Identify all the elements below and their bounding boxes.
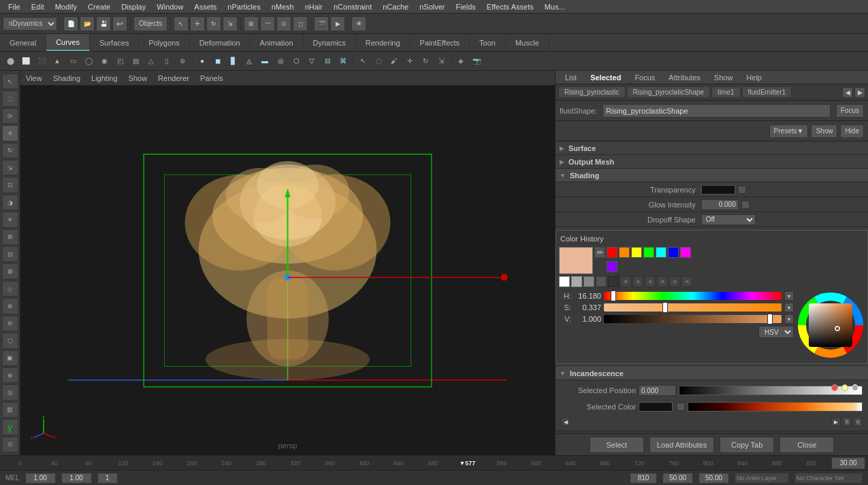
bc-rising[interactable]: Rising_pyroclastic — [558, 86, 626, 98]
rotate-tool[interactable]: ↻ — [206, 16, 221, 31]
swatch-cyan[interactable] — [656, 247, 666, 258]
swatch-x4[interactable]: ✕ — [657, 276, 668, 287]
frame-end1-input[interactable] — [662, 473, 693, 484]
s-thumb[interactable] — [662, 302, 668, 313]
h-down-btn[interactable]: ▼ — [784, 291, 794, 301]
menu-nhair[interactable]: nHair — [300, 1, 328, 12]
split-btn[interactable]: ⊗ — [2, 367, 18, 383]
hide-btn[interactable]: Hide — [840, 124, 864, 138]
scroll-left-btn[interactable]: ◀ — [561, 417, 570, 427]
selected-color-swatch[interactable] — [639, 402, 673, 412]
swatch-lgrey[interactable] — [571, 276, 582, 287]
nurbs-sphere[interactable]: ◉ — [97, 54, 112, 69]
rtab-focus[interactable]: Focus — [628, 72, 662, 83]
bevel-btn[interactable]: ◇ — [2, 281, 18, 297]
tab-surfaces[interactable]: Surfaces — [90, 34, 139, 51]
swatch-orange[interactable] — [619, 247, 630, 258]
render-icon[interactable]: ◈ — [453, 54, 468, 69]
new-scene-btn[interactable]: 📄 — [63, 16, 78, 31]
glow-checkbox[interactable] — [741, 201, 750, 209]
menu-mus[interactable]: Mus... — [539, 1, 570, 12]
focus-btn[interactable]: Focus — [836, 104, 864, 118]
swatch-green[interactable] — [643, 247, 654, 258]
sculpt-btn[interactable]: ◑ — [2, 195, 18, 210]
open-btn[interactable]: 📂 — [80, 16, 95, 31]
val3-input[interactable] — [97, 473, 118, 484]
position-gradient[interactable] — [679, 386, 863, 395]
swatch-purple[interactable] — [607, 261, 617, 272]
bridge-btn[interactable]: ⊕ — [2, 298, 18, 314]
rtab-help[interactable]: Help — [739, 72, 769, 83]
move-btn[interactable]: ✛ — [2, 125, 18, 141]
lasso-tool[interactable]: ◌ — [371, 54, 386, 69]
paint-tool[interactable]: 🖌 — [387, 54, 402, 69]
swatch-yellow[interactable] — [631, 247, 642, 258]
swatch-red[interactable] — [607, 247, 617, 258]
show-menu[interactable]: Show — [129, 74, 148, 82]
h-slider[interactable] — [604, 292, 782, 300]
menu-nmesh[interactable]: nMesh — [266, 1, 300, 12]
scroll-right-btn[interactable]: ▶ — [831, 417, 841, 427]
select-mode-btn[interactable]: ↖ — [2, 73, 18, 89]
tab-deformation[interactable]: Deformation — [190, 34, 251, 51]
lattice-btn[interactable]: ⊞ — [2, 229, 18, 245]
viewport[interactable]: y x z persp — [20, 86, 555, 455]
eyedropper-btn[interactable]: ✏ — [594, 247, 605, 258]
transparency-checkbox[interactable] — [738, 186, 746, 194]
bc-shape[interactable]: Rising_pyroclaticShape — [627, 86, 711, 98]
paint-select-btn[interactable]: ◌ — [2, 90, 18, 106]
fluid-shape-input[interactable] — [602, 104, 831, 118]
polygon-sphere[interactable]: ● — [195, 54, 210, 69]
tab-polygons[interactable]: Polygons — [139, 34, 189, 51]
menu-modify[interactable]: Modify — [50, 1, 82, 12]
main-swatch[interactable] — [559, 247, 593, 274]
menu-ncache[interactable]: nCache — [377, 1, 414, 12]
next-btn[interactable]: ▶ — [854, 87, 865, 98]
v-slider[interactable] — [604, 315, 782, 323]
tab-dynamics[interactable]: Dynamics — [304, 34, 356, 51]
copy-tab-button[interactable]: Copy Tab — [720, 437, 774, 453]
merge-btn[interactable]: ⬡ — [2, 333, 18, 348]
rotate-btn[interactable]: ↻ — [2, 143, 18, 158]
snap-surface[interactable]: ◻ — [293, 16, 308, 31]
menu-nsolver[interactable]: nSolver — [414, 1, 450, 12]
nurbs-cone[interactable]: △ — [144, 54, 159, 69]
renderer-menu[interactable]: Renderer — [158, 74, 189, 82]
frame-num-input[interactable] — [630, 473, 657, 484]
rotate-tool2[interactable]: ↻ — [418, 54, 433, 69]
menu-create[interactable]: Create — [82, 1, 116, 12]
append-btn[interactable]: ⊖ — [2, 316, 18, 331]
rtab-selected[interactable]: Selected — [583, 72, 628, 83]
soft-mod-btn[interactable]: ⊡ — [2, 177, 18, 193]
ipr-btn[interactable]: ▶ — [330, 16, 345, 31]
panels-menu[interactable]: Panels — [200, 74, 223, 82]
torus-btn[interactable]: ◯ — [81, 54, 96, 69]
scale-tool[interactable]: ⇲ — [223, 16, 238, 31]
s-slider[interactable] — [604, 303, 782, 312]
save-btn[interactable]: 💾 — [96, 16, 111, 31]
nurbs-cyl[interactable]: ▤ — [128, 54, 143, 69]
swatch-magenta[interactable] — [680, 247, 691, 258]
swatch-vdgrey[interactable] — [608, 276, 619, 287]
selected-position-input[interactable] — [639, 385, 676, 396]
nurbs-cube[interactable]: ◰ — [112, 54, 127, 69]
swatch-mgrey[interactable] — [583, 276, 594, 287]
menu-fields[interactable]: Fields — [450, 1, 481, 12]
move-tool[interactable]: ✛ — [190, 16, 205, 31]
slide-btn[interactable]: ▥ — [2, 402, 18, 418]
section-output-mesh[interactable]: Output Mesh — [556, 155, 868, 169]
presets-btn[interactable]: Presets▼ — [769, 124, 809, 138]
menu-nconstraint[interactable]: nConstraint — [328, 1, 377, 12]
swatch-x2[interactable]: ✕ — [632, 276, 643, 287]
polygon-cone[interactable]: ◬ — [242, 54, 257, 69]
scale-tool2[interactable]: ⇲ — [434, 54, 449, 69]
section-surface[interactable]: Surface — [556, 141, 868, 155]
polygon-torus[interactable]: ◎ — [273, 54, 288, 69]
rtab-show[interactable]: Show — [707, 72, 740, 83]
cylinder-btn[interactable]: ⬛ — [34, 54, 49, 69]
polygon-cube[interactable]: ◼ — [210, 54, 225, 69]
target-weld-btn[interactable]: ◎ — [2, 384, 18, 400]
swatch-blue[interactable] — [668, 247, 679, 258]
nurbs-plane[interactable]: ▯ — [159, 54, 174, 69]
fill-hole-btn[interactable]: ▣ — [2, 350, 18, 366]
